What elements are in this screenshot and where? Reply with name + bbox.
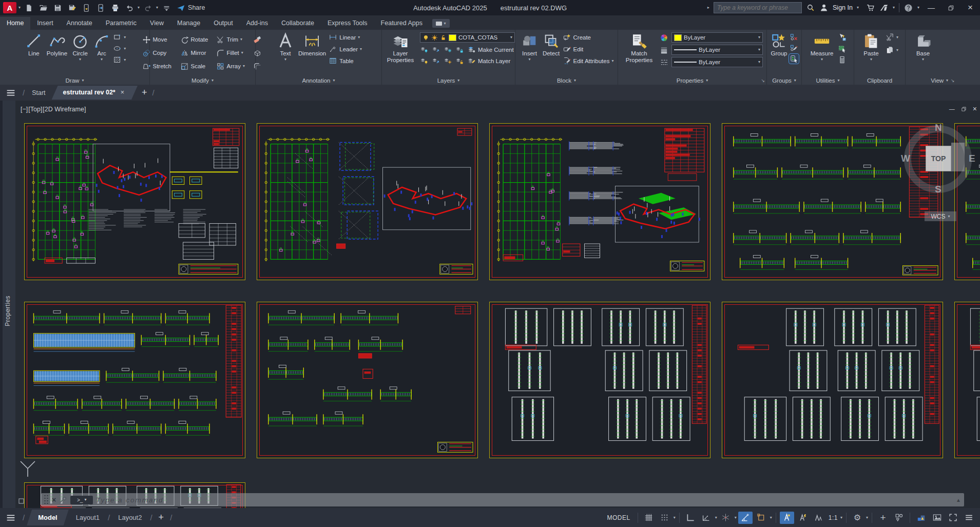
group-tool[interactable]: Group xyxy=(771,32,788,57)
polyline-tool[interactable]: Polyline xyxy=(45,32,69,57)
close-button[interactable]: × xyxy=(963,1,978,14)
ellipse-tool[interactable]: ▾ xyxy=(113,44,126,53)
view-panel-label[interactable]: View▾↘ xyxy=(906,77,980,84)
search-icon[interactable] xyxy=(806,3,815,12)
graphics-performance-button[interactable] xyxy=(914,512,928,524)
layer-combo-caret[interactable]: ▾ xyxy=(510,35,512,40)
layer-properties-tool[interactable]: Layer Properties xyxy=(384,32,417,64)
ungroup-icon[interactable] xyxy=(790,33,798,42)
new-layout-button[interactable]: + xyxy=(155,512,168,523)
make-current-tool[interactable]: Make Current xyxy=(467,45,514,54)
leader-tool[interactable]: Leader▾ xyxy=(329,45,362,53)
command-line-close-icon[interactable]: × xyxy=(52,496,56,504)
workspace-caret[interactable]: ▾ xyxy=(866,516,868,520)
model-space-toggle[interactable]: MODEL xyxy=(604,514,634,521)
search-input[interactable] xyxy=(714,4,801,11)
quick-calculator-icon[interactable] xyxy=(838,55,847,64)
layer-select-combo[interactable]: COTA_COTAS ▾ xyxy=(420,32,515,43)
new-drawing-tab-button[interactable]: + xyxy=(138,87,151,98)
ribbon-tab-parametric[interactable]: Parametric xyxy=(99,17,143,30)
copy-clip-tool[interactable]: ▾ xyxy=(886,46,898,54)
fillet-tool[interactable]: Fillet▾ xyxy=(216,49,248,57)
paste-tool[interactable]: Paste▾ xyxy=(861,32,881,62)
undo-caret[interactable]: ▾ xyxy=(138,6,140,10)
mirror-tool[interactable]: Mirror xyxy=(180,49,211,57)
line-tool[interactable]: Line xyxy=(24,32,44,57)
hatch-tool[interactable]: ▾ xyxy=(113,55,126,64)
save-to-web-mobile-button[interactable] xyxy=(80,2,92,13)
layer-isolate-icon[interactable] xyxy=(432,45,440,54)
circle-caret[interactable]: ▾ xyxy=(79,57,81,62)
search-box[interactable] xyxy=(714,2,802,13)
arc-tool[interactable]: Arc ▾ xyxy=(91,32,112,62)
match-layer-tool[interactable]: Match Layer xyxy=(467,56,510,65)
linear-dimension-tool[interactable]: Linear▾ xyxy=(329,33,362,42)
sign-in-label[interactable]: Sign In xyxy=(833,4,853,11)
drawing-sheet[interactable] xyxy=(489,123,710,280)
viewport-minimize-icon[interactable]: — xyxy=(949,106,955,112)
autocad-logo[interactable]: A xyxy=(3,2,16,13)
rectangle-tool[interactable]: ▾ xyxy=(113,33,126,42)
layer-freeze-icon[interactable] xyxy=(444,45,452,54)
object-snap-caret[interactable]: ▾ xyxy=(770,516,772,520)
ribbon-tab-view[interactable]: View xyxy=(143,17,170,30)
drawing-sheet[interactable] xyxy=(489,302,710,458)
ribbon-tab-insert[interactable]: Insert xyxy=(30,17,60,30)
isometric-drafting-toggle[interactable] xyxy=(719,512,733,524)
layout-tab-layout1[interactable]: Layout1 xyxy=(70,510,106,525)
annotation-visibility-toggle[interactable] xyxy=(780,512,794,524)
grid-display-toggle[interactable] xyxy=(642,512,656,524)
ribbon-tab-featured-apps[interactable]: Featured Apps xyxy=(374,17,429,30)
layout-tab-layout2[interactable]: Layout2 xyxy=(112,510,148,525)
full-screen-button[interactable] xyxy=(946,512,960,524)
ribbon-tab-manage[interactable]: Manage xyxy=(170,17,207,30)
arc-caret[interactable]: ▾ xyxy=(101,57,103,62)
color-wheel-icon[interactable] xyxy=(660,33,668,42)
new-file-button[interactable] xyxy=(23,2,35,13)
layer-thaw-sun-icon[interactable] xyxy=(431,34,438,41)
properties-dialog-launcher[interactable]: ↘ xyxy=(761,78,765,83)
start-tab[interactable]: Start xyxy=(26,87,51,99)
block-panel-label[interactable]: Block▾ xyxy=(515,77,618,84)
trim-tool[interactable]: Trim▾ xyxy=(216,35,248,44)
drawing-sheet[interactable] xyxy=(257,123,478,280)
customization-button[interactable] xyxy=(962,512,976,524)
group-edit-icon[interactable] xyxy=(790,44,798,52)
isometric-caret[interactable]: ▾ xyxy=(735,516,737,520)
customize-qat-button[interactable] xyxy=(160,2,172,13)
create-block-tool[interactable]: Create xyxy=(563,33,614,42)
ribbon-tab-annotate[interactable]: Annotate xyxy=(60,17,99,30)
base-view-tool[interactable]: Base▾ xyxy=(913,32,933,62)
layout-menu-icon[interactable] xyxy=(5,512,16,523)
detect-tool[interactable]: Detect xyxy=(541,32,562,57)
viewport-restore-icon[interactable] xyxy=(961,106,967,112)
layer-thaw-icon[interactable] xyxy=(444,56,452,65)
drawing-sheet[interactable] xyxy=(722,302,943,458)
help-caret[interactable]: ▾ xyxy=(917,6,919,10)
draw-panel-label[interactable]: Draw▾ xyxy=(0,77,149,84)
lineweight-combo[interactable]: ByLayer ▾ xyxy=(671,45,763,55)
layer-lock-icon[interactable] xyxy=(455,45,464,54)
groups-panel-label[interactable]: Groups▾ xyxy=(767,77,801,84)
text-tool[interactable]: Text▾ xyxy=(275,32,296,62)
autodesk-caret[interactable]: ▾ xyxy=(893,6,895,10)
document-tab-close-icon[interactable]: × xyxy=(121,89,124,96)
properties-palette-label[interactable]: Properties xyxy=(4,296,11,326)
object-snap-tracking-toggle[interactable] xyxy=(738,512,753,524)
save-button[interactable] xyxy=(51,2,64,13)
isolate-objects-button[interactable] xyxy=(892,512,906,524)
properties-palette-bar[interactable]: Properties xyxy=(0,101,15,508)
insert-block-tool[interactable]: Insert▾ xyxy=(520,32,540,62)
redo-button[interactable] xyxy=(142,2,154,13)
object-color-combo[interactable]: ByLayer ▾ xyxy=(671,32,763,43)
linetype-combo[interactable]: ByLayer ▾ xyxy=(671,57,763,67)
drawing-canvas[interactable]: [−] [Top] [2D Wireframe] — × TOP N E S W… xyxy=(0,101,980,508)
drawing-sheet[interactable] xyxy=(954,302,980,458)
layer-on-icon[interactable] xyxy=(420,56,429,65)
drawing-sheet[interactable] xyxy=(722,123,943,280)
layer-unisolate-icon[interactable] xyxy=(432,56,440,65)
help-icon[interactable] xyxy=(904,3,913,13)
copy-tool[interactable]: Copy xyxy=(142,49,175,57)
layer-on-bulb-icon[interactable] xyxy=(422,34,429,41)
user-avatar-icon[interactable] xyxy=(819,3,829,12)
